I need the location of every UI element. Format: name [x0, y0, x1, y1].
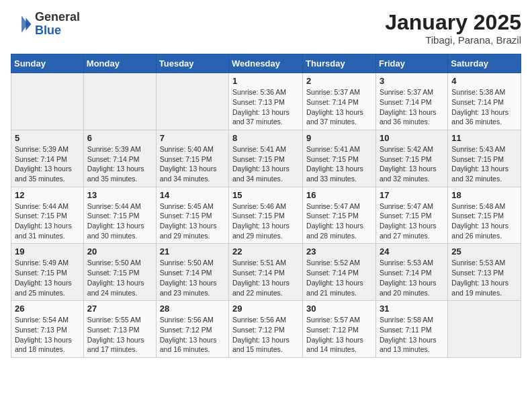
day-info: Sunrise: 5:38 AM Sunset: 7:14 PM Dayligh… [451, 87, 517, 127]
day-info: Sunrise: 5:57 AM Sunset: 7:12 PM Dayligh… [306, 315, 372, 355]
calendar-cell: 8Sunrise: 5:41 AM Sunset: 7:15 PM Daylig… [229, 130, 303, 187]
calendar-cell: 19Sunrise: 5:49 AM Sunset: 7:15 PM Dayli… [11, 244, 84, 301]
day-info: Sunrise: 5:44 AM Sunset: 7:15 PM Dayligh… [87, 201, 152, 241]
day-info: Sunrise: 5:56 AM Sunset: 7:12 PM Dayligh… [160, 315, 225, 355]
logo: General Blue [11, 11, 80, 38]
day-number: 3 [380, 76, 444, 86]
calendar-cell: 24Sunrise: 5:53 AM Sunset: 7:14 PM Dayli… [375, 244, 447, 301]
calendar-cell: 5Sunrise: 5:39 AM Sunset: 7:14 PM Daylig… [11, 130, 84, 187]
day-number: 14 [160, 190, 225, 200]
page-header: General Blue January 2025 Tibagi, Parana… [11, 11, 521, 46]
weekday-header-tuesday: Tuesday [156, 54, 228, 73]
calendar-cell: 9Sunrise: 5:41 AM Sunset: 7:15 PM Daylig… [303, 130, 376, 187]
calendar-cell: 10Sunrise: 5:42 AM Sunset: 7:15 PM Dayli… [375, 130, 447, 187]
day-number: 20 [87, 246, 152, 257]
day-info: Sunrise: 5:37 AM Sunset: 7:14 PM Dayligh… [306, 87, 372, 127]
calendar-cell: 30Sunrise: 5:57 AM Sunset: 7:12 PM Dayli… [303, 301, 376, 358]
day-number: 30 [306, 304, 372, 314]
logo-text: General Blue [35, 11, 80, 38]
day-info: Sunrise: 5:39 AM Sunset: 7:14 PM Dayligh… [87, 144, 152, 184]
weekday-header-row: SundayMondayTuesdayWednesdayThursdayFrid… [11, 54, 521, 73]
day-number: 26 [15, 304, 80, 314]
day-number: 15 [232, 190, 299, 200]
logo-blue-text: Blue [35, 24, 80, 38]
day-info: Sunrise: 5:50 AM Sunset: 7:15 PM Dayligh… [87, 258, 152, 298]
day-info: Sunrise: 5:40 AM Sunset: 7:15 PM Dayligh… [160, 144, 225, 184]
weekday-header-thursday: Thursday [303, 54, 376, 73]
day-info: Sunrise: 5:41 AM Sunset: 7:15 PM Dayligh… [232, 144, 299, 184]
day-info: Sunrise: 5:53 AM Sunset: 7:14 PM Dayligh… [380, 258, 444, 298]
calendar-cell: 4Sunrise: 5:38 AM Sunset: 7:14 PM Daylig… [448, 73, 521, 130]
calendar-cell [448, 301, 521, 358]
weekday-header-saturday: Saturday [448, 54, 521, 73]
day-info: Sunrise: 5:51 AM Sunset: 7:14 PM Dayligh… [232, 258, 299, 298]
calendar-cell: 2Sunrise: 5:37 AM Sunset: 7:14 PM Daylig… [303, 73, 376, 130]
calendar-cell: 22Sunrise: 5:51 AM Sunset: 7:14 PM Dayli… [229, 244, 303, 301]
day-number: 9 [306, 133, 372, 143]
day-number: 22 [232, 246, 299, 257]
day-info: Sunrise: 5:49 AM Sunset: 7:15 PM Dayligh… [15, 258, 80, 298]
logo-general-text: General [35, 11, 80, 24]
calendar-cell: 29Sunrise: 5:56 AM Sunset: 7:12 PM Dayli… [229, 301, 303, 358]
day-info: Sunrise: 5:47 AM Sunset: 7:15 PM Dayligh… [306, 201, 372, 241]
calendar-cell: 13Sunrise: 5:44 AM Sunset: 7:15 PM Dayli… [83, 187, 156, 244]
calendar-cell: 3Sunrise: 5:37 AM Sunset: 7:14 PM Daylig… [375, 73, 447, 130]
main-title: January 2025 [385, 11, 521, 34]
day-number: 16 [306, 190, 372, 200]
day-number: 17 [380, 190, 444, 200]
day-number: 1 [232, 76, 299, 86]
calendar-cell [83, 73, 156, 130]
day-info: Sunrise: 5:43 AM Sunset: 7:15 PM Dayligh… [451, 144, 517, 184]
logo-icon [11, 13, 32, 35]
day-number: 2 [306, 76, 372, 86]
day-info: Sunrise: 5:50 AM Sunset: 7:14 PM Dayligh… [160, 258, 225, 298]
weekday-header-wednesday: Wednesday [229, 54, 303, 73]
day-info: Sunrise: 5:48 AM Sunset: 7:15 PM Dayligh… [451, 201, 517, 241]
week-row-2: 5Sunrise: 5:39 AM Sunset: 7:14 PM Daylig… [11, 130, 521, 187]
day-info: Sunrise: 5:45 AM Sunset: 7:15 PM Dayligh… [160, 201, 225, 241]
day-info: Sunrise: 5:37 AM Sunset: 7:14 PM Dayligh… [380, 87, 444, 127]
day-number: 10 [380, 133, 444, 143]
day-info: Sunrise: 5:54 AM Sunset: 7:13 PM Dayligh… [15, 315, 80, 355]
day-number: 21 [160, 246, 225, 257]
calendar-table: SundayMondayTuesdayWednesdayThursdayFrid… [11, 54, 521, 358]
calendar-cell: 15Sunrise: 5:46 AM Sunset: 7:15 PM Dayli… [229, 187, 303, 244]
day-number: 29 [232, 304, 299, 314]
title-block: January 2025 Tibagi, Parana, Brazil [385, 11, 521, 46]
weekday-header-friday: Friday [375, 54, 447, 73]
calendar-cell: 28Sunrise: 5:56 AM Sunset: 7:12 PM Dayli… [156, 301, 228, 358]
calendar-cell [11, 73, 84, 130]
day-number: 6 [87, 133, 152, 143]
day-info: Sunrise: 5:55 AM Sunset: 7:13 PM Dayligh… [87, 315, 152, 355]
week-row-4: 19Sunrise: 5:49 AM Sunset: 7:15 PM Dayli… [11, 244, 521, 301]
day-info: Sunrise: 5:44 AM Sunset: 7:15 PM Dayligh… [15, 201, 80, 241]
day-number: 4 [451, 76, 517, 86]
calendar-cell: 16Sunrise: 5:47 AM Sunset: 7:15 PM Dayli… [303, 187, 376, 244]
day-number: 31 [380, 304, 444, 314]
calendar-cell: 1Sunrise: 5:36 AM Sunset: 7:13 PM Daylig… [229, 73, 303, 130]
day-number: 13 [87, 190, 152, 200]
calendar-cell: 27Sunrise: 5:55 AM Sunset: 7:13 PM Dayli… [83, 301, 156, 358]
day-number: 25 [451, 246, 517, 257]
day-info: Sunrise: 5:58 AM Sunset: 7:11 PM Dayligh… [380, 315, 444, 355]
day-info: Sunrise: 5:53 AM Sunset: 7:13 PM Dayligh… [451, 258, 517, 298]
day-info: Sunrise: 5:46 AM Sunset: 7:15 PM Dayligh… [232, 201, 299, 241]
day-info: Sunrise: 5:36 AM Sunset: 7:13 PM Dayligh… [232, 87, 299, 127]
calendar-cell: 12Sunrise: 5:44 AM Sunset: 7:15 PM Dayli… [11, 187, 84, 244]
day-number: 28 [160, 304, 225, 314]
day-info: Sunrise: 5:47 AM Sunset: 7:15 PM Dayligh… [380, 201, 444, 241]
calendar-cell [156, 73, 228, 130]
calendar-cell: 26Sunrise: 5:54 AM Sunset: 7:13 PM Dayli… [11, 301, 84, 358]
calendar-cell: 23Sunrise: 5:52 AM Sunset: 7:14 PM Dayli… [303, 244, 376, 301]
calendar-cell: 31Sunrise: 5:58 AM Sunset: 7:11 PM Dayli… [375, 301, 447, 358]
svg-marker-1 [21, 15, 28, 33]
calendar-cell: 7Sunrise: 5:40 AM Sunset: 7:15 PM Daylig… [156, 130, 228, 187]
calendar-cell: 25Sunrise: 5:53 AM Sunset: 7:13 PM Dayli… [448, 244, 521, 301]
calendar-cell: 21Sunrise: 5:50 AM Sunset: 7:14 PM Dayli… [156, 244, 228, 301]
week-row-1: 1Sunrise: 5:36 AM Sunset: 7:13 PM Daylig… [11, 73, 521, 130]
day-number: 12 [15, 190, 80, 200]
day-number: 5 [15, 133, 80, 143]
calendar-cell: 17Sunrise: 5:47 AM Sunset: 7:15 PM Dayli… [375, 187, 447, 244]
weekday-header-monday: Monday [83, 54, 156, 73]
calendar-cell: 18Sunrise: 5:48 AM Sunset: 7:15 PM Dayli… [448, 187, 521, 244]
